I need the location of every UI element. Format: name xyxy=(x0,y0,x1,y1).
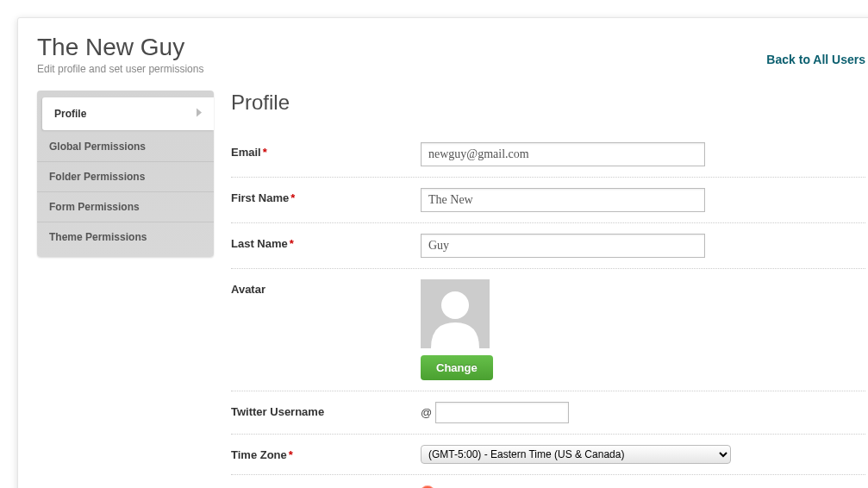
label-twitter: Twitter Username xyxy=(231,402,421,418)
sidebar-item-label: Global Permissions xyxy=(49,141,146,153)
last-name-field[interactable] xyxy=(421,234,705,258)
label-timezone: Time Zone* xyxy=(231,445,421,461)
required-icon: * xyxy=(289,448,293,461)
first-name-field[interactable] xyxy=(421,188,705,212)
sidebar-nav: Profile Global Permissions Folder Permis… xyxy=(37,91,214,257)
required-icon: * xyxy=(290,191,295,204)
sidebar-item-profile[interactable]: Profile xyxy=(42,97,214,130)
main-panel: Profile Email* First Name* La xyxy=(231,91,865,488)
required-icon: * xyxy=(290,237,294,250)
sidebar-item-label: Theme Permissions xyxy=(49,231,147,243)
sidebar-item-label: Form Permissions xyxy=(49,201,140,213)
sidebar-item-label: Folder Permissions xyxy=(49,171,145,183)
chevron-right-icon xyxy=(195,108,203,121)
at-sign-prefix: @ xyxy=(421,406,432,419)
section-heading: Profile xyxy=(231,91,865,115)
timezone-select[interactable]: (GMT-5:00) - Eastern Time (US & Canada) xyxy=(421,445,731,464)
avatar-placeholder-icon xyxy=(421,279,490,348)
row-avatar: Avatar Change xyxy=(231,269,865,391)
row-email: Email* xyxy=(231,132,865,178)
email-field[interactable] xyxy=(421,142,705,166)
sidebar-item-theme-permissions[interactable]: Theme Permissions xyxy=(37,222,214,252)
page-header: The New Guy Edit profile and set user pe… xyxy=(37,34,865,75)
row-timezone: Time Zone* (GMT-5:00) - Eastern Time (US… xyxy=(231,435,865,475)
sidebar-item-label: Profile xyxy=(54,108,86,120)
page-container: The New Guy Edit profile and set user pe… xyxy=(17,17,868,488)
label-email: Email* xyxy=(231,142,421,159)
label-last-name: Last Name* xyxy=(231,234,421,250)
label-first-name: First Name* xyxy=(231,188,421,204)
page-title: The New Guy xyxy=(37,34,203,61)
back-to-all-users-link[interactable]: Back to All Users xyxy=(766,53,865,66)
page-subtitle: Edit profile and set user permissions xyxy=(37,63,203,75)
sidebar-item-form-permissions[interactable]: Form Permissions xyxy=(37,191,214,222)
svg-point-1 xyxy=(441,291,469,319)
label-avatar: Avatar xyxy=(231,279,421,296)
row-last-name: Last Name* xyxy=(231,223,865,269)
row-twitter: Twitter Username @ xyxy=(231,391,865,435)
change-avatar-button[interactable]: Change xyxy=(421,355,493,380)
content-area: Profile Global Permissions Folder Permis… xyxy=(37,91,865,488)
header-left: The New Guy Edit profile and set user pe… xyxy=(37,34,203,75)
required-icon: * xyxy=(263,146,267,159)
twitter-username-field[interactable] xyxy=(435,402,569,423)
svg-marker-0 xyxy=(197,109,202,117)
row-first-name: First Name* xyxy=(231,178,865,223)
row-user-status: User Status Delete User xyxy=(231,475,865,488)
sidebar-item-global-permissions[interactable]: Global Permissions xyxy=(37,132,214,161)
sidebar-item-folder-permissions[interactable]: Folder Permissions xyxy=(37,161,214,191)
